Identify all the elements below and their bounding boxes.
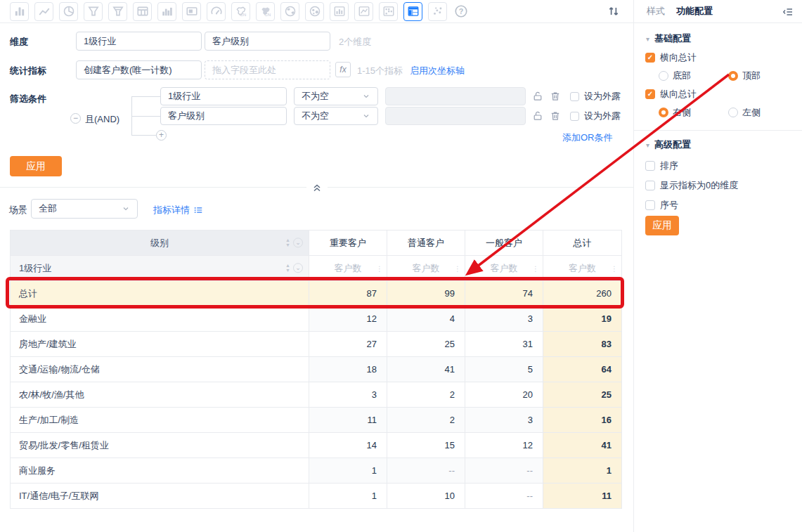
show-zero-label: 显示指标为0的维度 (660, 179, 738, 192)
advanced-config-header[interactable]: ▾ 高级配置 (646, 138, 691, 151)
filter-condition-row: 客户级别不为空设为外露 (160, 107, 621, 125)
color-block-button[interactable] (379, 2, 398, 21)
china-map-filled-icon: CN (259, 5, 272, 18)
tree-connector (131, 96, 160, 97)
expose-checkbox[interactable] (570, 92, 579, 101)
metric-field[interactable]: 创建客户数(唯一计数) (76, 60, 202, 79)
drag-handle-icon[interactable]: ⋮ (376, 264, 383, 272)
world-map-button[interactable] (280, 2, 299, 21)
filter-condition-row: 1级行业不为空设为外露 (160, 87, 621, 105)
row-number-option[interactable]: 序号 (645, 199, 678, 212)
drag-handle-icon[interactable]: ⋮ (611, 264, 618, 272)
drag-handle-icon[interactable]: ⋮ (454, 264, 461, 272)
pie-chart-icon (63, 5, 75, 18)
header-menu-icon[interactable]: ⌄ (293, 238, 303, 248)
row-number-checkbox[interactable] (645, 200, 655, 210)
horizontal-top-option[interactable]: 顶部 (728, 70, 761, 82)
vertical-total-option[interactable]: 纵向总计 (645, 88, 697, 100)
collapse-config-toggle[interactable] (306, 181, 328, 193)
sort-icon[interactable]: ▲▼ (285, 263, 290, 273)
measure-header: 客户数⋮ (309, 256, 387, 281)
mini-line-chart-button[interactable] (354, 2, 373, 21)
pivot-table-button[interactable] (403, 2, 422, 21)
table-row: 农/林/牧/渔/其他322025 (11, 382, 622, 408)
fx-formula-button[interactable]: fx (335, 62, 351, 77)
histogram-button[interactable] (157, 2, 176, 21)
pie-chart-button[interactable] (59, 2, 78, 21)
metric-drop-zone[interactable]: 拖入字段至此处 (205, 60, 330, 79)
apply-button[interactable]: 应用 (10, 156, 62, 176)
show-zero-checkbox[interactable] (645, 181, 655, 190)
data-table-button[interactable] (133, 2, 152, 21)
top-radio[interactable] (728, 71, 738, 81)
lock-open-icon[interactable] (532, 91, 543, 102)
sort-checkbox[interactable] (645, 161, 655, 171)
add-or-condition-link[interactable]: 添加OR条件 (562, 131, 613, 144)
dimension-count: 2个维度 (339, 36, 371, 48)
list-detail-icon (193, 205, 203, 215)
trash-icon[interactable] (550, 110, 561, 122)
lock-open-icon[interactable] (532, 110, 543, 122)
metric-detail-link[interactable]: 指标详情 (153, 204, 203, 216)
value-cell: 87 (309, 281, 387, 306)
secondary-axis-link[interactable]: 启用次坐标轴 (410, 65, 465, 77)
tab-style[interactable]: 样式 (647, 5, 665, 18)
condition-field[interactable]: 1级行业 (160, 87, 287, 105)
bubble-map-button[interactable] (305, 2, 324, 21)
swap-axes-button[interactable] (605, 2, 622, 21)
china-map-button[interactable]: CN (231, 2, 250, 21)
panel-apply-button[interactable]: 应用 (645, 216, 679, 235)
row-label-cell: 生产/加工/制造 (11, 408, 309, 433)
dimension-field[interactable]: 1级行业 (76, 32, 202, 51)
table-row: 商业服务1----1 (11, 458, 622, 484)
swap-axes-icon (607, 5, 620, 18)
drag-handle-icon[interactable]: ⋮ (532, 264, 539, 272)
horizontal-total-option[interactable]: 横向总计 (645, 51, 697, 64)
right-radio[interactable] (659, 108, 668, 117)
mini-bar-chart-button[interactable] (330, 2, 349, 21)
vertical-total-checkbox[interactable] (645, 89, 655, 99)
horizontal-bottom-option[interactable]: 底部 (659, 70, 691, 82)
condition-operator-select[interactable]: 不为空 (294, 107, 378, 125)
bar-chart-button[interactable] (10, 2, 29, 21)
sort-option[interactable]: 排序 (645, 160, 678, 172)
scene-select[interactable]: 全部 (31, 199, 138, 219)
gauge-button[interactable] (207, 2, 226, 21)
filter-label: 筛选条件 (10, 93, 46, 105)
condition-operator-select[interactable]: 不为空 (294, 87, 378, 105)
card-button[interactable] (182, 2, 201, 21)
line-chart-button[interactable] (34, 2, 53, 21)
left-radio[interactable] (728, 108, 738, 117)
show-zero-option[interactable]: 显示指标为0的维度 (645, 179, 738, 192)
bottom-radio[interactable] (659, 71, 668, 81)
tab-function-config[interactable]: 功能配置 (676, 5, 713, 18)
help-button[interactable]: ? (453, 2, 470, 21)
dimension-field[interactable]: 客户级别 (205, 32, 330, 51)
left-radio-label: 左侧 (742, 106, 761, 119)
remove-group-icon[interactable]: − (70, 113, 81, 124)
chevron-down-icon (362, 92, 370, 100)
header-row: 1级行业▲▼⌄客户数⋮客户数⋮客户数⋮客户数⋮ (11, 256, 622, 281)
add-condition-icon[interactable]: + (156, 130, 167, 141)
sort-icon[interactable]: ▲▼ (285, 238, 290, 248)
data-table-icon (136, 5, 149, 18)
condition-field[interactable]: 客户级别 (160, 107, 287, 125)
tree-connector (131, 135, 156, 136)
section-collapse-icon: ▾ (646, 35, 649, 43)
vertical-left-option[interactable]: 左侧 (728, 106, 761, 119)
menu-fold-icon[interactable] (782, 6, 794, 18)
value-cell: 1 (543, 458, 622, 484)
scatter-button[interactable] (428, 2, 447, 21)
header-menu-icon[interactable]: ⌄ (293, 264, 303, 273)
expose-checkbox[interactable] (570, 112, 579, 121)
vertical-right-option[interactable]: 右侧 (659, 106, 691, 119)
china-map-filled-button[interactable]: CN (256, 2, 275, 21)
funnel-icon (87, 5, 100, 18)
funnel-stacked-button[interactable] (108, 2, 127, 21)
column-header: 一般客户 (465, 231, 543, 256)
horizontal-total-checkbox[interactable] (645, 53, 655, 63)
trash-icon[interactable] (550, 91, 561, 102)
basic-config-header[interactable]: ▾ 基础配置 (646, 32, 691, 45)
settings-panel: 样式 功能配置 ▾ 基础配置 横向总计 底部 顶部 纵向总计 右侧 左侧 ▾ 高… (633, 0, 802, 532)
funnel-button[interactable] (84, 2, 103, 21)
